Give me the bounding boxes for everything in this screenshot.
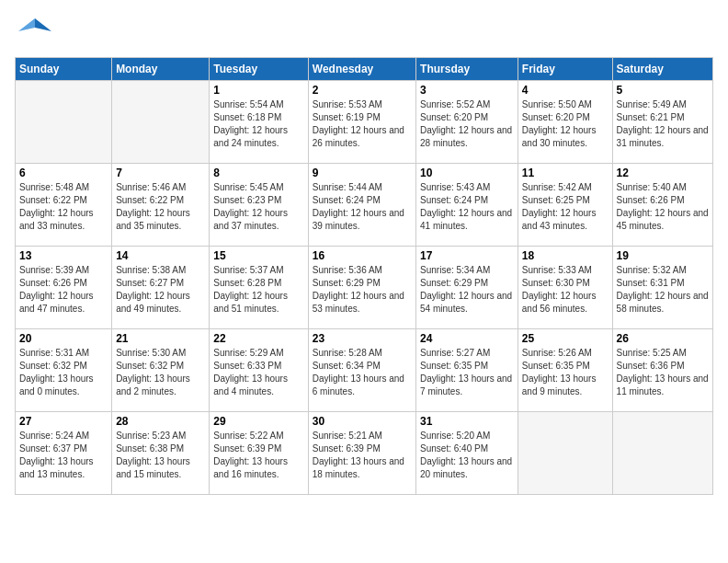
- logo-bird-icon: [18, 15, 51, 48]
- day-info: Sunrise: 5:53 AMSunset: 6:19 PMDaylight:…: [313, 98, 412, 150]
- calendar-day-cell: [612, 412, 712, 495]
- calendar-day-header: Friday: [518, 58, 612, 81]
- calendar-day-cell: 19Sunrise: 5:32 AMSunset: 6:31 PMDayligh…: [612, 247, 712, 329]
- calendar-day-cell: 4Sunrise: 5:50 AMSunset: 6:20 PMDaylight…: [518, 81, 612, 164]
- calendar-day-header: Saturday: [612, 58, 712, 81]
- calendar-day-cell: 2Sunrise: 5:53 AMSunset: 6:19 PMDaylight…: [308, 81, 415, 164]
- logo: [15, 15, 51, 48]
- day-info: Sunrise: 5:52 AMSunset: 6:20 PMDaylight:…: [420, 98, 514, 150]
- day-number: 28: [116, 415, 205, 428]
- calendar-day-cell: 18Sunrise: 5:33 AMSunset: 6:30 PMDayligh…: [518, 247, 612, 329]
- day-number: 15: [213, 249, 303, 262]
- day-number: 16: [313, 249, 412, 262]
- day-number: 5: [617, 84, 709, 97]
- calendar-day-header: Monday: [112, 58, 210, 81]
- calendar-day-cell: [518, 412, 612, 495]
- calendar-day-cell: 9Sunrise: 5:44 AMSunset: 6:24 PMDaylight…: [308, 164, 415, 247]
- calendar-day-cell: [112, 81, 210, 164]
- calendar-table: SundayMondayTuesdayWednesdayThursdayFrid…: [15, 57, 713, 495]
- calendar-day-cell: 24Sunrise: 5:27 AMSunset: 6:35 PMDayligh…: [416, 329, 518, 412]
- day-number: 23: [313, 332, 412, 345]
- calendar-day-cell: 14Sunrise: 5:38 AMSunset: 6:27 PMDayligh…: [112, 247, 210, 329]
- calendar-day-cell: 8Sunrise: 5:45 AMSunset: 6:23 PMDaylight…: [210, 164, 308, 247]
- day-number: 27: [19, 415, 108, 428]
- day-info: Sunrise: 5:24 AMSunset: 6:37 PMDaylight:…: [19, 430, 108, 481]
- calendar-day-cell: 29Sunrise: 5:22 AMSunset: 6:39 PMDayligh…: [210, 412, 308, 495]
- calendar-day-cell: 11Sunrise: 5:42 AMSunset: 6:25 PMDayligh…: [518, 164, 612, 247]
- calendar-week-row: 13Sunrise: 5:39 AMSunset: 6:26 PMDayligh…: [16, 247, 713, 329]
- calendar-day-cell: 5Sunrise: 5:49 AMSunset: 6:21 PMDaylight…: [612, 81, 712, 164]
- calendar-day-header: Thursday: [416, 58, 518, 81]
- day-number: 29: [213, 415, 303, 428]
- calendar-week-row: 20Sunrise: 5:31 AMSunset: 6:32 PMDayligh…: [16, 329, 713, 412]
- day-number: 13: [19, 249, 108, 262]
- day-number: 1: [213, 84, 303, 97]
- day-number: 24: [420, 332, 514, 345]
- calendar-day-cell: 22Sunrise: 5:29 AMSunset: 6:33 PMDayligh…: [210, 329, 308, 412]
- day-number: 25: [522, 332, 609, 345]
- calendar-day-cell: 26Sunrise: 5:25 AMSunset: 6:36 PMDayligh…: [612, 329, 712, 412]
- day-info: Sunrise: 5:21 AMSunset: 6:39 PMDaylight:…: [313, 430, 412, 481]
- day-info: Sunrise: 5:43 AMSunset: 6:24 PMDaylight:…: [420, 181, 514, 233]
- calendar-day-cell: 10Sunrise: 5:43 AMSunset: 6:24 PMDayligh…: [416, 164, 518, 247]
- day-info: Sunrise: 5:49 AMSunset: 6:21 PMDaylight:…: [617, 98, 709, 150]
- day-info: Sunrise: 5:50 AMSunset: 6:20 PMDaylight:…: [522, 98, 609, 150]
- day-info: Sunrise: 5:40 AMSunset: 6:26 PMDaylight:…: [617, 181, 709, 233]
- day-number: 18: [522, 249, 609, 262]
- day-number: 8: [213, 167, 303, 179]
- calendar-day-cell: 27Sunrise: 5:24 AMSunset: 6:37 PMDayligh…: [16, 412, 112, 495]
- calendar-week-row: 6Sunrise: 5:48 AMSunset: 6:22 PMDaylight…: [16, 164, 713, 247]
- calendar-day-cell: 15Sunrise: 5:37 AMSunset: 6:28 PMDayligh…: [210, 247, 308, 329]
- day-number: 6: [19, 167, 108, 179]
- day-info: Sunrise: 5:32 AMSunset: 6:31 PMDaylight:…: [617, 264, 709, 316]
- day-number: 9: [313, 167, 412, 179]
- day-info: Sunrise: 5:31 AMSunset: 6:32 PMDaylight:…: [19, 347, 108, 398]
- day-info: Sunrise: 5:30 AMSunset: 6:32 PMDaylight:…: [116, 347, 205, 398]
- day-number: 31: [420, 415, 514, 428]
- svg-marker-1: [18, 18, 35, 31]
- day-info: Sunrise: 5:29 AMSunset: 6:33 PMDaylight:…: [213, 347, 303, 398]
- calendar-day-cell: 30Sunrise: 5:21 AMSunset: 6:39 PMDayligh…: [308, 412, 415, 495]
- calendar-day-cell: 25Sunrise: 5:26 AMSunset: 6:35 PMDayligh…: [518, 329, 612, 412]
- calendar-day-cell: 3Sunrise: 5:52 AMSunset: 6:20 PMDaylight…: [416, 81, 518, 164]
- day-info: Sunrise: 5:38 AMSunset: 6:27 PMDaylight:…: [116, 264, 205, 316]
- day-number: 19: [617, 249, 709, 262]
- day-number: 30: [313, 415, 412, 428]
- day-number: 22: [213, 332, 303, 345]
- day-number: 10: [420, 167, 514, 179]
- day-number: 2: [313, 84, 412, 97]
- day-info: Sunrise: 5:22 AMSunset: 6:39 PMDaylight:…: [213, 430, 303, 481]
- calendar-week-row: 1Sunrise: 5:54 AMSunset: 6:18 PMDaylight…: [16, 81, 713, 164]
- day-info: Sunrise: 5:48 AMSunset: 6:22 PMDaylight:…: [19, 181, 108, 233]
- calendar-day-cell: 7Sunrise: 5:46 AMSunset: 6:22 PMDaylight…: [112, 164, 210, 247]
- day-number: 20: [19, 332, 108, 345]
- day-number: 4: [522, 84, 609, 97]
- day-info: Sunrise: 5:20 AMSunset: 6:40 PMDaylight:…: [420, 430, 514, 481]
- calendar-day-cell: 13Sunrise: 5:39 AMSunset: 6:26 PMDayligh…: [16, 247, 112, 329]
- calendar-day-cell: 23Sunrise: 5:28 AMSunset: 6:34 PMDayligh…: [308, 329, 415, 412]
- day-info: Sunrise: 5:37 AMSunset: 6:28 PMDaylight:…: [213, 264, 303, 316]
- day-number: 7: [116, 167, 205, 179]
- day-number: 11: [522, 167, 609, 179]
- svg-marker-0: [35, 18, 51, 31]
- day-number: 14: [116, 249, 205, 262]
- calendar-day-cell: 12Sunrise: 5:40 AMSunset: 6:26 PMDayligh…: [612, 164, 712, 247]
- day-number: 12: [617, 167, 709, 179]
- day-number: 17: [420, 249, 514, 262]
- day-number: 26: [617, 332, 709, 345]
- calendar-day-header: Wednesday: [308, 58, 415, 81]
- calendar-day-cell: 28Sunrise: 5:23 AMSunset: 6:38 PMDayligh…: [112, 412, 210, 495]
- day-info: Sunrise: 5:36 AMSunset: 6:29 PMDaylight:…: [313, 264, 412, 316]
- day-info: Sunrise: 5:46 AMSunset: 6:22 PMDaylight:…: [116, 181, 205, 233]
- day-info: Sunrise: 5:44 AMSunset: 6:24 PMDaylight:…: [313, 181, 412, 233]
- calendar-day-cell: [16, 81, 112, 164]
- day-info: Sunrise: 5:28 AMSunset: 6:34 PMDaylight:…: [313, 347, 412, 398]
- calendar-day-cell: 31Sunrise: 5:20 AMSunset: 6:40 PMDayligh…: [416, 412, 518, 495]
- page-header: [15, 15, 713, 48]
- day-info: Sunrise: 5:23 AMSunset: 6:38 PMDaylight:…: [116, 430, 205, 481]
- day-info: Sunrise: 5:33 AMSunset: 6:30 PMDaylight:…: [522, 264, 609, 316]
- day-info: Sunrise: 5:45 AMSunset: 6:23 PMDaylight:…: [213, 181, 303, 233]
- calendar-day-cell: 6Sunrise: 5:48 AMSunset: 6:22 PMDaylight…: [16, 164, 112, 247]
- day-info: Sunrise: 5:42 AMSunset: 6:25 PMDaylight:…: [522, 181, 609, 233]
- day-info: Sunrise: 5:25 AMSunset: 6:36 PMDaylight:…: [617, 347, 709, 398]
